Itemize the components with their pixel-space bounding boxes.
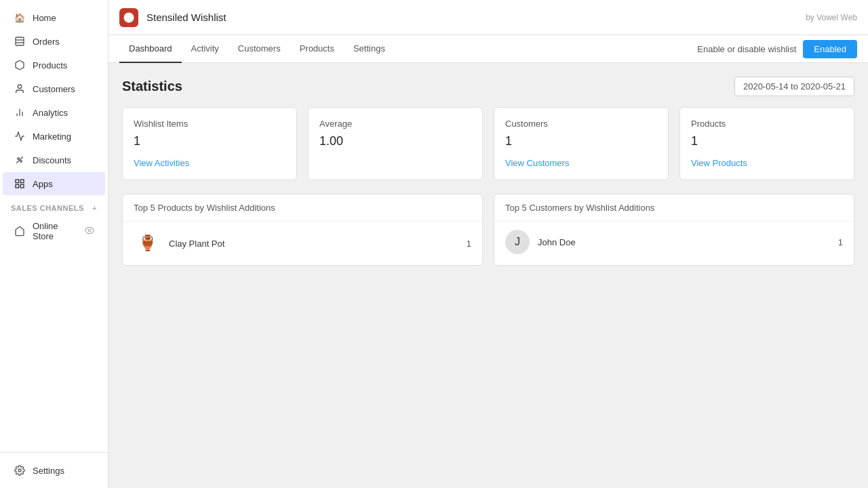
sidebar-item-discounts[interactable]: Discounts <box>3 148 105 171</box>
sidebar-item-orders[interactable]: Orders <box>3 30 105 53</box>
sidebar-item-products[interactable]: Products <box>3 54 105 77</box>
sidebar-item-home[interactable]: 🏠 Home <box>3 6 105 29</box>
tab-dashboard[interactable]: Dashboard <box>119 35 182 63</box>
svg-rect-13 <box>20 184 24 188</box>
tab-activity[interactable]: Activity <box>182 35 229 63</box>
svg-point-3 <box>18 85 21 88</box>
customer-initial: J <box>515 236 520 248</box>
sidebar-item-marketing[interactable]: Marketing <box>3 125 105 148</box>
product-count: 1 <box>467 239 471 249</box>
bottom-panels: Top 5 Products by Wishlist Additions 🏺 C… <box>122 194 854 266</box>
top-customers-panel: Top 5 Customers by Wishlist Additions J … <box>494 194 854 266</box>
stats-header: Statistics 2020-05-14 to 2020-05-21 <box>122 77 854 96</box>
products-icon <box>14 59 26 71</box>
page-content: Statistics 2020-05-14 to 2020-05-21 Wish… <box>108 63 868 488</box>
sidebar-item-online-store[interactable]: Online Store <box>3 216 105 247</box>
sales-channels-section: SALES CHANNELS + <box>0 196 108 215</box>
home-icon: 🏠 <box>14 12 26 24</box>
top-product-item: 🏺 Clay Plant Pot 1 <box>123 222 482 265</box>
svg-rect-11 <box>20 180 24 183</box>
svg-point-16 <box>124 12 134 22</box>
customer-avatar: J <box>505 230 530 254</box>
product-name: Clay Plant Pot <box>169 239 458 249</box>
tab-customers[interactable]: Customers <box>229 35 290 63</box>
add-sales-channel-icon[interactable]: + <box>92 204 97 212</box>
enable-wishlist-label: Enable or disable wishlist <box>697 44 796 54</box>
stat-card-customers: Customers 1 View Customers <box>494 107 669 180</box>
sidebar-nav: 🏠 Home Orders Products Customers Anal <box>0 0 108 452</box>
svg-rect-10 <box>16 180 19 183</box>
sidebar-item-apps-label: Apps <box>33 179 53 189</box>
stat-card-products: Products 1 View Products <box>679 107 854 180</box>
customers-value: 1 <box>505 134 657 148</box>
svg-point-15 <box>18 469 21 472</box>
sidebar-item-apps[interactable]: Apps <box>3 172 105 195</box>
tab-products[interactable]: Products <box>290 35 344 63</box>
app-title: Stensiled Wishlist <box>146 12 797 23</box>
sidebar-item-home-label: Home <box>33 13 56 23</box>
customer-count: 1 <box>838 237 843 247</box>
average-label: Average <box>319 119 471 129</box>
stat-card-wishlist-items: Wishlist Items 1 View Activities <box>122 107 297 180</box>
settings-icon <box>14 464 26 476</box>
wishlist-items-label: Wishlist Items <box>134 119 285 129</box>
analytics-icon <box>14 106 26 119</box>
products-label: Products <box>691 119 843 129</box>
sidebar-item-orders-label: Orders <box>33 37 60 47</box>
date-range[interactable]: 2020-05-14 to 2020-05-21 <box>734 77 854 96</box>
product-image: 🏺 <box>134 230 161 257</box>
nav-tabs: Dashboard Activity Customers Products Se… <box>119 35 395 62</box>
sidebar-item-marketing-label: Marketing <box>33 131 71 142</box>
svg-rect-0 <box>16 37 24 45</box>
sidebar-settings-label: Settings <box>33 466 64 476</box>
sidebar-item-analytics-label: Analytics <box>33 108 68 118</box>
apps-icon <box>14 178 26 190</box>
sidebar-item-analytics[interactable]: Analytics <box>3 101 105 124</box>
main-content: Stensiled Wishlist by Vowel Web Dashboar… <box>108 0 868 488</box>
sidebar-item-products-label: Products <box>33 60 67 70</box>
stat-card-average: Average 1.00 <box>308 107 483 180</box>
stats-title: Statistics <box>122 79 182 94</box>
svg-point-14 <box>88 229 91 232</box>
by-label: by Vowel Web <box>806 13 857 22</box>
customers-icon <box>14 83 26 95</box>
orders-icon <box>14 35 26 47</box>
nav-area: Dashboard Activity Customers Products Se… <box>108 35 868 63</box>
top-customers-header: Top 5 Customers by Wishlist Additions <box>494 195 854 222</box>
marketing-icon <box>14 130 26 142</box>
customers-label: Customers <box>505 119 657 129</box>
stat-cards: Wishlist Items 1 View Activities Average… <box>122 107 854 180</box>
sales-channels-label: SALES CHANNELS <box>11 204 84 212</box>
online-store-label: Online Store <box>33 221 78 241</box>
products-value: 1 <box>691 134 843 148</box>
enabled-button[interactable]: Enabled <box>803 40 857 58</box>
app-logo <box>119 8 138 27</box>
sidebar-item-customers[interactable]: Customers <box>3 77 105 100</box>
wishlist-items-value: 1 <box>134 134 285 148</box>
sidebar-footer: Settings <box>0 452 108 488</box>
online-store-icon <box>14 225 26 237</box>
sidebar-item-discounts-label: Discounts <box>33 155 71 165</box>
sidebar-item-customers-label: Customers <box>33 84 75 94</box>
online-store-visibility-icon[interactable] <box>85 226 94 237</box>
view-products-link[interactable]: View Products <box>691 158 747 168</box>
view-activities-link[interactable]: View Activities <box>134 158 189 168</box>
topbar: Stensiled Wishlist by Vowel Web <box>108 0 868 35</box>
view-customers-link[interactable]: View Customers <box>505 158 569 168</box>
sidebar: 🏠 Home Orders Products Customers Anal <box>0 0 108 488</box>
nav-actions: Enable or disable wishlist Enabled <box>697 40 857 58</box>
svg-point-7 <box>18 158 20 160</box>
svg-rect-12 <box>16 184 19 188</box>
top-customer-item: J John Doe 1 <box>494 222 854 262</box>
average-value: 1.00 <box>319 134 471 148</box>
svg-point-8 <box>20 161 22 163</box>
sidebar-item-settings[interactable]: Settings <box>3 459 105 482</box>
top-products-header: Top 5 Products by Wishlist Additions <box>123 195 482 222</box>
tab-settings[interactable]: Settings <box>344 35 395 63</box>
discounts-icon <box>14 154 26 166</box>
customer-name: John Doe <box>538 237 830 247</box>
top-products-panel: Top 5 Products by Wishlist Additions 🏺 C… <box>122 194 483 266</box>
